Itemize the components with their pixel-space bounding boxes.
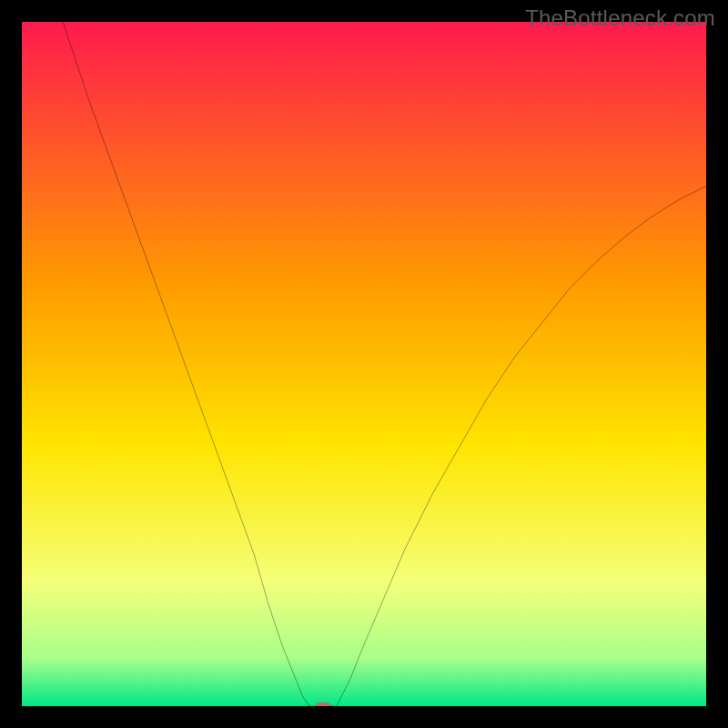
gradient-background xyxy=(22,22,706,706)
bottleneck-chart xyxy=(22,22,706,706)
chart-frame: TheBottleneck.com xyxy=(0,0,728,728)
minimum-marker xyxy=(316,703,331,706)
watermark-text: TheBottleneck.com xyxy=(525,5,715,31)
